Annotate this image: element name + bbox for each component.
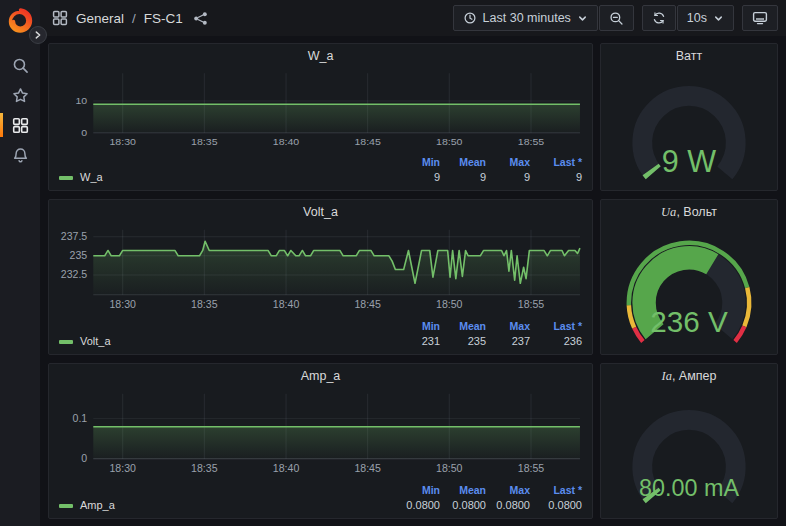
gauge-amp: 80.00 mA bbox=[601, 387, 777, 518]
stat-mean: 235 bbox=[440, 333, 486, 350]
svg-text:18:35: 18:35 bbox=[191, 464, 218, 475]
panel-title-text: , Вольт bbox=[676, 205, 717, 219]
panel-volt-gauge: Ua, Вольт 236 V bbox=[600, 199, 778, 355]
panel-title[interactable]: W_a bbox=[49, 44, 592, 67]
series-color-swatch bbox=[59, 340, 73, 344]
panel-title[interactable]: Ватт bbox=[601, 44, 777, 67]
svg-text:18:35: 18:35 bbox=[191, 137, 218, 147]
top-navigation-bar: General / FS-C1 bbox=[40, 0, 786, 36]
legend-col-last[interactable]: Last * bbox=[530, 484, 582, 497]
sidebar-expand-button[interactable] bbox=[29, 26, 47, 44]
svg-text:80.00 mA: 80.00 mA bbox=[639, 475, 739, 501]
chevron-down-icon bbox=[713, 13, 724, 24]
monitor-icon bbox=[752, 10, 768, 26]
sidebar-item-dashboards[interactable] bbox=[0, 110, 40, 140]
svg-text:18:45: 18:45 bbox=[354, 137, 381, 147]
legend-col-last[interactable]: Last * bbox=[530, 320, 582, 333]
panel-title-italic: Ia bbox=[662, 369, 672, 383]
refresh-controls-group: 10s bbox=[642, 5, 734, 31]
panel-title-italic: Ua bbox=[661, 205, 676, 219]
series-stats: 0.0800 0.0800 0.0800 0.0800 bbox=[398, 497, 582, 514]
stat-max: 9 bbox=[486, 169, 530, 186]
timeseries-chart-amp-a[interactable]: 18:3018:3518:4018:4518:5018:5500.1 bbox=[49, 387, 592, 484]
legend: Min Mean Max Last * Amp_a 0.0800 0.0800 … bbox=[49, 484, 592, 518]
legend-series-row: Amp_a 0.0800 0.0800 0.0800 0.0800 bbox=[59, 497, 582, 514]
magnifier-minus-icon bbox=[609, 11, 624, 26]
dashboards-grid-icon bbox=[12, 117, 29, 134]
svg-text:0: 0 bbox=[81, 128, 87, 138]
svg-text:232.5: 232.5 bbox=[61, 269, 88, 280]
panel-w-a: W_a 18:3018:3518:4018:4518:5018:55010 Mi… bbox=[48, 43, 593, 191]
stat-max: 0.0800 bbox=[486, 497, 530, 514]
svg-text:18:30: 18:30 bbox=[109, 464, 136, 475]
legend-series-row: Volt_a 231 235 237 236 bbox=[59, 333, 582, 350]
sidebar bbox=[0, 0, 40, 526]
series-name[interactable]: Amp_a bbox=[80, 497, 115, 514]
svg-text:236 V: 236 V bbox=[650, 305, 728, 338]
stat-last: 0.0800 bbox=[530, 497, 582, 514]
breadcrumb-dashboard[interactable]: FS-C1 bbox=[144, 11, 183, 26]
legend-header: Min Mean Max Last * bbox=[59, 484, 582, 497]
refresh-interval-label: 10s bbox=[687, 11, 707, 25]
chevron-down-icon bbox=[577, 13, 588, 24]
legend-col-min[interactable]: Min bbox=[398, 320, 440, 333]
legend-col-mean[interactable]: Mean bbox=[440, 484, 486, 497]
svg-text:18:45: 18:45 bbox=[354, 300, 381, 311]
cycle-view-mode-button[interactable] bbox=[742, 5, 778, 31]
stat-min: 231 bbox=[398, 333, 440, 350]
chevron-right-icon bbox=[33, 30, 43, 40]
legend-header: Min Mean Max Last * bbox=[59, 320, 582, 333]
time-range-picker[interactable]: Last 30 minutes bbox=[453, 5, 598, 31]
grafana-app: General / FS-C1 bbox=[0, 0, 786, 526]
main-area: General / FS-C1 bbox=[40, 0, 786, 526]
legend-col-max[interactable]: Max bbox=[486, 156, 530, 169]
sidebar-item-starred[interactable] bbox=[0, 80, 40, 110]
svg-text:9 W: 9 W bbox=[662, 144, 716, 178]
refresh-dashboard-button[interactable] bbox=[642, 5, 676, 31]
legend-col-last[interactable]: Last * bbox=[530, 156, 582, 169]
legend-col-max[interactable]: Max bbox=[486, 484, 530, 497]
dashboard-grid: W_a 18:3018:3518:4018:4518:5018:55010 Mi… bbox=[40, 36, 786, 526]
stat-mean: 9 bbox=[440, 169, 486, 186]
legend: Min Mean Max Last * Volt_a 231 235 237 2… bbox=[49, 320, 592, 354]
legend-col-mean[interactable]: Mean bbox=[440, 320, 486, 333]
panel-amp-gauge: Ia, Ампер 80.00 mA bbox=[600, 363, 778, 519]
timeseries-chart-volt-a[interactable]: 18:3018:3518:4018:4518:5018:55232.523523… bbox=[49, 223, 592, 320]
legend-col-max[interactable]: Max bbox=[486, 320, 530, 333]
panel-title[interactable]: Ia, Ампер bbox=[601, 364, 777, 387]
star-icon bbox=[12, 87, 29, 104]
share-dashboard-button[interactable] bbox=[193, 11, 208, 26]
stat-last: 236 bbox=[530, 333, 582, 350]
legend-header: Min Mean Max Last * bbox=[59, 156, 582, 169]
legend-col-min[interactable]: Min bbox=[398, 156, 440, 169]
svg-text:18:50: 18:50 bbox=[436, 137, 463, 147]
sidebar-item-search[interactable] bbox=[0, 50, 40, 80]
svg-text:18:55: 18:55 bbox=[518, 464, 545, 475]
stat-min: 0.0800 bbox=[398, 497, 440, 514]
legend-col-min[interactable]: Min bbox=[398, 484, 440, 497]
svg-text:18:50: 18:50 bbox=[436, 300, 463, 311]
svg-text:237.5: 237.5 bbox=[61, 231, 88, 242]
time-range-label: Last 30 minutes bbox=[483, 11, 571, 25]
topbar-controls: Last 30 minutes bbox=[453, 5, 778, 31]
timeseries-chart-w-a[interactable]: 18:3018:3518:4018:4518:5018:55010 bbox=[49, 67, 592, 156]
panel-title[interactable]: Ua, Вольт bbox=[601, 200, 777, 223]
search-icon bbox=[12, 57, 29, 74]
sidebar-item-alerting[interactable] bbox=[0, 140, 40, 170]
series-stats: 9 9 9 9 bbox=[398, 169, 582, 186]
panel-title[interactable]: Volt_a bbox=[49, 200, 592, 223]
svg-text:18:55: 18:55 bbox=[518, 137, 545, 147]
series-name[interactable]: W_a bbox=[80, 169, 103, 186]
svg-text:18:30: 18:30 bbox=[109, 137, 136, 147]
breadcrumb-folder[interactable]: General bbox=[76, 11, 124, 26]
refresh-interval-picker[interactable]: 10s bbox=[677, 5, 734, 31]
panel-title-text: W_a bbox=[308, 49, 334, 63]
legend-col-mean[interactable]: Mean bbox=[440, 156, 486, 169]
zoom-out-time-button[interactable] bbox=[599, 5, 634, 31]
svg-text:18:40: 18:40 bbox=[273, 137, 300, 147]
gauge-watt: 9 W bbox=[601, 67, 777, 190]
panel-amp-a: Amp_a 18:3018:3518:4018:4518:5018:5500.1… bbox=[48, 363, 593, 519]
svg-text:0.1: 0.1 bbox=[73, 413, 88, 424]
series-name[interactable]: Volt_a bbox=[80, 333, 111, 350]
panel-title[interactable]: Amp_a bbox=[49, 364, 592, 387]
